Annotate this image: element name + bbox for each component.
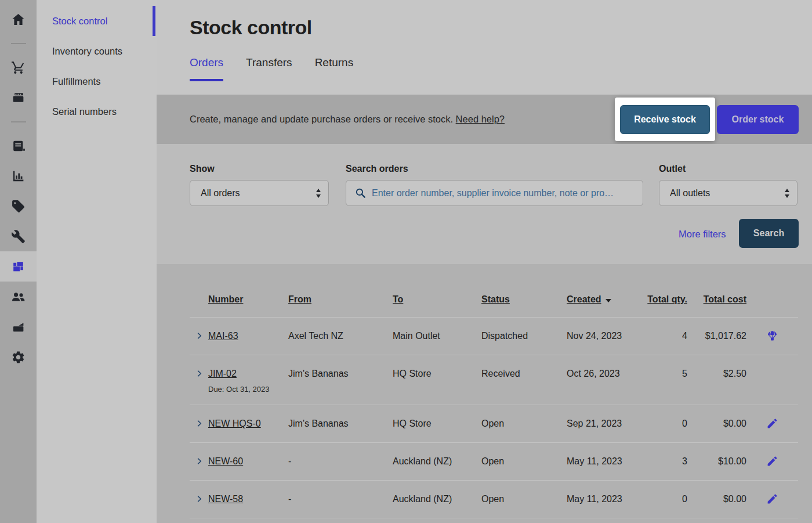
edit-pencil-icon[interactable] [766, 417, 778, 430]
catalog-icon[interactable] [0, 131, 37, 161]
column-header-total-cost: Total cost [687, 294, 746, 317]
column-sort-link[interactable]: To [393, 294, 403, 304]
to-cell: Main Outlet [393, 330, 481, 355]
number-cell: NEW HQS-0 [208, 417, 288, 442]
active-menu-indicator [153, 6, 155, 36]
column-sort-link[interactable]: Status [481, 294, 510, 304]
search-button[interactable]: Search [739, 219, 799, 248]
search-icon [355, 187, 366, 199]
home-icon[interactable] [0, 4, 37, 34]
order-stock-button[interactable]: Order stock [717, 105, 799, 134]
chevron-right-icon [195, 495, 204, 503]
to-cell: Auckland (NZ) [393, 493, 481, 518]
chevron-right-icon [195, 419, 204, 428]
number-cell: JIM-02Due: Oct 31, 2023 [208, 367, 288, 405]
filters-panel: Show All orders Search orders Outlet All… [157, 144, 812, 264]
total-qty-cell: 5 [646, 367, 687, 405]
banner-text: Create, manage and update purchase order… [190, 114, 505, 125]
column-sort-link[interactable]: Total cost [704, 294, 746, 304]
column-header-number: Number [208, 294, 288, 317]
sidebar-item-stock-control[interactable]: Stock control [37, 6, 157, 36]
table-row: NEW-60-Auckland (NZ)OpenMay 11, 20233$10… [190, 443, 798, 481]
sell-cart-icon[interactable] [0, 52, 37, 82]
column-header-from: From [288, 294, 393, 317]
tab-returns[interactable]: Returns [315, 56, 354, 81]
order-number-link[interactable]: NEW-58 [208, 494, 243, 504]
row-action-cell [746, 493, 798, 518]
setup-wrench-icon[interactable] [0, 221, 37, 251]
rail-divider [0, 113, 37, 131]
order-number-link[interactable]: NEW HQS-0 [208, 419, 261, 428]
primary-nav-rail [0, 0, 37, 523]
show-label: Show [190, 164, 215, 174]
due-date-label: Due: Oct 31, 2023 [208, 383, 288, 396]
outlet-label: Outlet [659, 164, 686, 174]
tabs: OrdersTransfersReturns [190, 56, 812, 81]
row-action-cell [746, 330, 798, 355]
stock-control-boxes-icon[interactable] [0, 251, 37, 282]
expand-row-chevron[interactable] [190, 367, 208, 405]
search-orders-input[interactable] [372, 188, 643, 199]
row-action-cell [746, 367, 798, 405]
main-content: Stock control OrdersTransfersReturns Cre… [157, 0, 812, 523]
reporting-icon[interactable] [0, 161, 37, 191]
status-cell: Open [481, 455, 567, 480]
page-title: Stock control [190, 0, 812, 38]
expand-row-chevron[interactable] [190, 493, 208, 518]
tab-transfers[interactable]: Transfers [246, 56, 292, 81]
status-cell: Open [481, 417, 567, 442]
from-cell: - [288, 455, 393, 480]
show-select-value: All orders [201, 188, 240, 199]
column-sort-link[interactable]: Number [208, 294, 243, 304]
chevron-right-icon [195, 331, 204, 340]
total-cost-cell: $0.00 [687, 493, 746, 518]
select-arrows-icon [785, 189, 789, 198]
column-sort-link[interactable]: Created [567, 294, 601, 304]
more-filters-link[interactable]: More filters [679, 229, 726, 240]
tab-orders[interactable]: Orders [190, 56, 223, 81]
sidebar-item-fulfillments[interactable]: Fulfillments [37, 66, 157, 96]
total-qty-cell: 0 [646, 493, 687, 518]
from-cell: Axel Tech NZ [288, 330, 393, 355]
select-arrows-icon [316, 189, 321, 198]
order-number-link[interactable]: JIM-02 [208, 369, 237, 378]
total-cost-cell: $2.50 [687, 367, 746, 405]
need-help-link[interactable]: Need help? [456, 114, 505, 124]
orders-table-panel: NumberFromToStatusCreatedTotal qty.Total… [157, 264, 812, 523]
order-number-link[interactable]: NEW-60 [208, 456, 243, 466]
sidebar-item-inventory-counts[interactable]: Inventory counts [37, 36, 157, 66]
chevron-right-icon [195, 457, 204, 466]
outlet-select[interactable]: All outlets [659, 180, 798, 206]
column-sort-link[interactable]: From [288, 294, 311, 304]
order-number-link[interactable]: MAI-63 [208, 331, 238, 341]
row-action-cell [746, 455, 798, 480]
dispatched-parachute-icon[interactable] [766, 330, 778, 342]
number-cell: MAI-63 [208, 330, 288, 355]
edit-pencil-icon[interactable] [766, 455, 778, 467]
sort-desc-icon [606, 299, 611, 302]
expand-row-chevron[interactable] [190, 455, 208, 480]
sidebar-item-serial-numbers[interactable]: Serial numbers [37, 96, 157, 127]
search-orders-label: Search orders [346, 164, 408, 174]
expand-row-chevron[interactable] [190, 417, 208, 442]
promotions-tag-icon[interactable] [0, 191, 37, 221]
expand-row-chevron[interactable] [190, 330, 208, 355]
settings-gear-icon[interactable] [0, 342, 37, 372]
number-cell: NEW-60 [208, 455, 288, 480]
number-cell: NEW-58 [208, 493, 288, 518]
column-sort-link[interactable]: Total qty. [647, 294, 687, 304]
purchase-orders-banner: Create, manage and update purchase order… [157, 95, 812, 144]
table-row: MAI-63Axel Tech NZMain OutletDispatchedN… [190, 318, 798, 355]
to-cell: HQ Store [393, 417, 481, 442]
column-header-status: Status [481, 294, 567, 317]
edit-pencil-icon[interactable] [766, 493, 778, 505]
receive-stock-button[interactable]: Receive stock [620, 105, 710, 134]
customers-icon[interactable] [0, 282, 37, 312]
table-row: NEW-58-Auckland (NZ)OpenMay 11, 20230$0.… [190, 481, 798, 518]
to-cell: HQ Store [393, 367, 481, 405]
register-icon[interactable] [0, 82, 37, 113]
row-action-cell [746, 417, 798, 442]
ecommerce-icon[interactable] [0, 312, 37, 342]
show-select[interactable]: All orders [190, 180, 329, 206]
banner-message: Create, manage and update purchase order… [190, 114, 453, 124]
